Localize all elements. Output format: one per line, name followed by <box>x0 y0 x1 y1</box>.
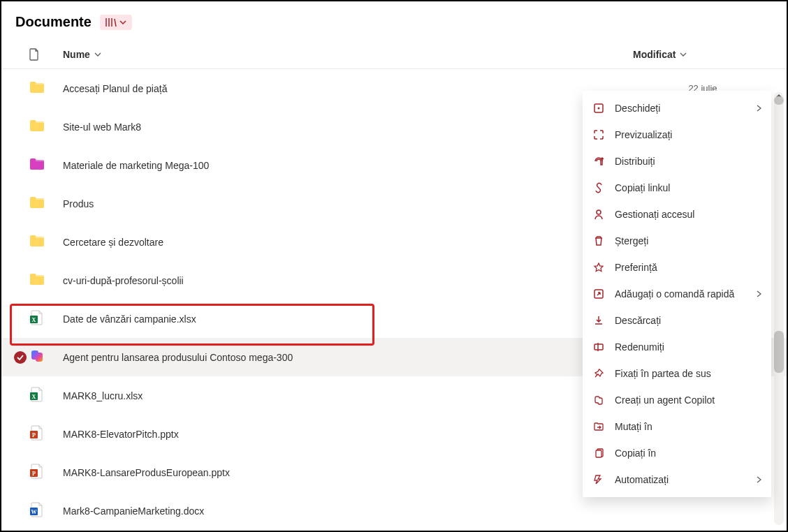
rename-icon <box>592 341 605 353</box>
chevron-down-icon <box>680 52 687 57</box>
menu-item-label: Copiați linkul <box>615 182 761 193</box>
link-icon <box>592 182 605 194</box>
menu-item-label: Ștergeți <box>615 235 761 246</box>
item-name: Accesați Planul de piață <box>63 83 167 94</box>
folder-icon <box>29 119 45 134</box>
column-header-name-label: Nume <box>63 49 90 60</box>
automate-icon <box>592 473 605 486</box>
folder-icon <box>29 196 45 211</box>
move-icon <box>592 420 605 433</box>
page-title: Documente <box>15 14 92 30</box>
chevron-down-icon <box>119 20 126 24</box>
column-header-row: Nume Modificat <box>1 40 787 69</box>
chevron-down-icon <box>94 52 101 57</box>
menu-item-automate[interactable]: Automatizați <box>583 466 771 493</box>
menu-item-label: Automatizați <box>615 474 747 485</box>
svg-text:P: P <box>32 432 36 438</box>
menu-item-share[interactable]: Distribuiți <box>583 148 771 175</box>
svg-rect-23 <box>596 450 601 457</box>
delete-icon <box>592 235 605 247</box>
menu-item-copy[interactable]: Copiați în <box>583 440 771 466</box>
word-file-icon: W <box>29 502 43 519</box>
svg-text:P: P <box>32 471 36 477</box>
view-switcher-button[interactable] <box>100 15 132 30</box>
chevron-right-icon <box>757 290 761 297</box>
menu-item-label: Descărcați <box>615 315 761 326</box>
item-name: Date de vânzări campanie.xlsx <box>63 313 196 325</box>
menu-item-copilot-create[interactable]: Creați un agent Copilot <box>583 387 771 413</box>
item-name: Mark8-CampanieMarketing.docx <box>63 505 204 517</box>
menu-item-label: Deschideți <box>615 103 747 114</box>
svg-rect-21 <box>594 344 603 350</box>
powerpoint-file-icon: P <box>29 464 43 481</box>
pin-icon <box>592 367 605 380</box>
copy-icon <box>592 447 605 459</box>
menu-item-label: Copiați în <box>615 448 761 459</box>
item-name: Materiale de marketing Mega-100 <box>63 160 209 171</box>
item-name: Cercetare și dezvoltare <box>63 237 163 248</box>
download-icon <box>592 314 605 327</box>
item-name: Site-ul web Mark8 <box>63 121 141 133</box>
powerpoint-file-icon: P <box>29 425 43 443</box>
menu-item-label: Preferință <box>615 262 761 273</box>
item-name: MARK8-ElevatorPitch.pptx <box>63 429 179 440</box>
open-icon <box>592 102 605 114</box>
item-name: Produs <box>63 198 94 209</box>
page-header: Documente <box>1 1 787 40</box>
menu-item-preview[interactable]: Previzualizați <box>583 121 771 148</box>
scrollbar-track[interactable] <box>774 92 784 525</box>
svg-point-19 <box>597 210 601 214</box>
menu-item-label: Previzualizați <box>615 129 761 140</box>
item-name: MARK8_lucru.xlsx <box>63 390 143 401</box>
preview-icon <box>592 128 605 141</box>
copilot-create-icon <box>592 394 605 406</box>
share-icon <box>592 155 605 168</box>
shortcut-icon <box>592 288 605 300</box>
menu-item-label: Distribuiți <box>615 156 761 167</box>
item-name: MARK8-LansareProdusEuropean.pptx <box>63 467 230 478</box>
menu-item-label: Fixați în partea de sus <box>615 368 761 379</box>
chevron-right-icon <box>757 476 761 483</box>
column-header-type-icon[interactable] <box>29 48 63 61</box>
folder-icon <box>29 273 45 288</box>
menu-item-move[interactable]: Mutați în <box>583 413 771 440</box>
item-name: cv-uri-după-profesorul-școlii <box>63 275 184 286</box>
svg-text:W: W <box>31 509 37 515</box>
svg-text:X: X <box>32 394 36 400</box>
menu-item-favorite[interactable]: Preferință <box>583 254 771 281</box>
table-row[interactable]: W Mark8-CampanieMarketing.docx <box>1 492 787 530</box>
scrollbar-thumb[interactable] <box>774 331 784 373</box>
folder-icon <box>29 158 45 172</box>
folder-icon <box>29 81 45 96</box>
excel-file-icon: X <box>29 310 43 327</box>
menu-item-open[interactable]: Deschideți <box>583 95 771 121</box>
access-icon <box>592 208 605 221</box>
menu-item-download[interactable]: Descărcați <box>583 307 771 334</box>
menu-item-label: Creați un agent Copilot <box>615 394 761 406</box>
menu-item-label: Adăugați o comandă rapidă <box>615 288 747 300</box>
column-header-modified-label: Modificat <box>633 49 676 60</box>
column-header-name[interactable]: Nume <box>63 49 101 60</box>
menu-item-label: Gestionați accesul <box>615 209 761 220</box>
menu-item-label: Mutați în <box>615 421 761 432</box>
copilot-agent-icon <box>29 348 45 366</box>
folder-icon <box>29 235 45 249</box>
column-header-modified[interactable]: Modificat <box>633 49 773 60</box>
menu-item-pin[interactable]: Fixați în partea de sus <box>583 360 771 387</box>
excel-file-icon: X <box>29 387 43 404</box>
scrollbar-thumb[interactable] <box>774 96 784 105</box>
menu-item-rename[interactable]: Redenumiți <box>583 334 771 360</box>
svg-line-3 <box>115 19 116 27</box>
context-menu: Deschideți Previzualizați Distribuiți Co… <box>583 91 771 497</box>
menu-item-shortcut[interactable]: Adăugați o comandă rapidă <box>583 281 771 307</box>
svg-point-18 <box>598 108 600 110</box>
chevron-right-icon <box>757 105 761 112</box>
item-name: Agent pentru lansarea produsului Contoso… <box>63 352 293 363</box>
library-icon <box>105 17 117 27</box>
favorite-icon <box>592 261 605 274</box>
menu-item-access[interactable]: Gestionați accesul <box>583 201 771 228</box>
menu-item-delete[interactable]: Ștergeți <box>583 228 771 254</box>
menu-item-link[interactable]: Copiați linkul <box>583 175 771 201</box>
svg-text:X: X <box>32 317 36 323</box>
menu-item-label: Redenumiți <box>615 341 761 353</box>
